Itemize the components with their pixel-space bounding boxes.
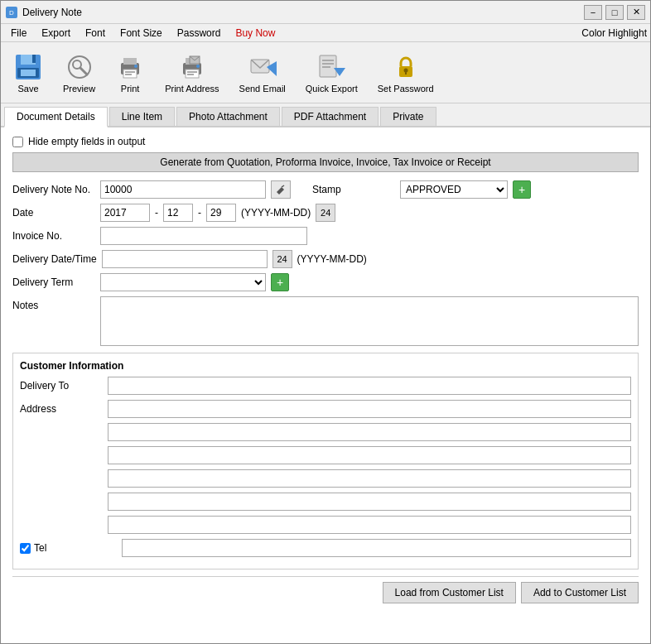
delivery-term-select[interactable]: [100, 273, 266, 291]
generate-button[interactable]: Generate from Quotation, Proforma Invoic…: [12, 152, 639, 172]
hide-empty-row: Hide empty fields in output: [12, 136, 639, 147]
notes-row: Notes: [12, 296, 639, 346]
print-address-label: Print Address: [165, 84, 219, 94]
address-row-5: [20, 493, 631, 511]
customer-section: Customer Information Delivery To Address: [12, 353, 639, 570]
notes-textarea[interactable]: [100, 296, 639, 346]
tab-pdf-attachment[interactable]: PDF Attachment: [282, 107, 379, 126]
delivery-to-label: Delivery To: [20, 380, 103, 392]
svg-rect-19: [187, 71, 197, 73]
tel-checkbox[interactable]: [20, 543, 31, 554]
preview-button[interactable]: Preview: [55, 48, 103, 98]
delivery-note-no-label: Delivery Note No.: [12, 184, 95, 195]
svg-line-9: [80, 68, 87, 74]
window-title: Delivery Note: [22, 7, 82, 18]
menu-export[interactable]: Export: [35, 26, 77, 41]
address-input-4[interactable]: [108, 469, 631, 488]
svg-rect-32: [405, 71, 407, 74]
print-address-button[interactable]: Print Address: [157, 48, 226, 98]
date-day-input[interactable]: [206, 204, 236, 222]
edit-delivery-note-button[interactable]: [271, 180, 291, 199]
app-window: D Delivery Note − □ ✕ File Export Font F…: [0, 0, 651, 644]
delivery-term-label: Delivery Term: [12, 276, 95, 288]
address-row-3: [20, 446, 631, 464]
add-delivery-term-button[interactable]: +: [271, 273, 289, 291]
menu-font[interactable]: Font: [79, 26, 112, 41]
address-input-6[interactable]: [108, 516, 631, 534]
preview-label: Preview: [63, 84, 95, 94]
maximize-button[interactable]: □: [605, 5, 624, 20]
bottom-buttons: Load from Customer List Add to Customer …: [12, 576, 639, 608]
invoice-no-label: Invoice No.: [12, 230, 95, 242]
delivery-datetime-input[interactable]: [102, 250, 268, 268]
date-row: Date - - (YYYY-MM-DD) 24: [12, 204, 639, 222]
delivery-datetime-label: Delivery Date/Time: [12, 253, 97, 265]
delivery-datetime-calendar-button[interactable]: 24: [272, 250, 292, 268]
tab-photo-attachment[interactable]: Photo Attachment: [176, 107, 280, 126]
print-label: Print: [121, 84, 140, 94]
tab-bar: Document Details Line Item Photo Attachm…: [1, 103, 650, 127]
address-input-1[interactable]: [108, 400, 631, 418]
save-label: Save: [17, 84, 38, 94]
svg-point-15: [134, 65, 137, 68]
save-button[interactable]: Save: [6, 48, 51, 98]
delivery-datetime-format: (YYYY-MM-DD): [297, 253, 367, 265]
menu-buy-now[interactable]: Buy Now: [229, 26, 282, 41]
menu-file[interactable]: File: [4, 26, 33, 41]
svg-rect-20: [187, 74, 194, 75]
date-label: Date: [12, 207, 95, 219]
invoice-no-input[interactable]: [100, 227, 307, 245]
title-bar: D Delivery Note − □ ✕: [1, 1, 650, 24]
address-input-3[interactable]: [108, 446, 631, 464]
svg-point-21: [196, 65, 200, 68]
svg-rect-27: [322, 63, 334, 65]
tel-label: Tel: [34, 542, 117, 554]
set-password-label: Set Password: [378, 84, 434, 94]
menu-bar: File Export Font Font Size Password Buy …: [1, 24, 650, 42]
menu-font-size[interactable]: Font Size: [113, 26, 169, 41]
date-month-input[interactable]: [163, 204, 193, 222]
stamp-select[interactable]: APPROVED DRAFT PAID VOID: [400, 180, 508, 199]
delivery-to-input[interactable]: [108, 377, 631, 395]
svg-rect-28: [322, 66, 330, 68]
svg-rect-4: [32, 55, 36, 63]
hide-empty-checkbox[interactable]: [12, 137, 23, 147]
quick-export-button[interactable]: Quick Export: [298, 48, 365, 98]
delivery-note-no-row: Delivery Note No. Stamp APPROVED DRAFT P…: [12, 180, 639, 199]
date-format-label: (YYYY-MM-DD): [241, 207, 311, 219]
address-input-2[interactable]: [108, 423, 631, 441]
print-button[interactable]: Print: [108, 48, 152, 98]
set-password-button[interactable]: Set Password: [370, 48, 441, 98]
svg-text:D: D: [9, 9, 14, 17]
address-row-6: [20, 516, 631, 534]
delivery-note-no-input[interactable]: [100, 180, 266, 199]
svg-rect-6: [21, 70, 36, 76]
toolbar: Save Preview: [1, 42, 650, 103]
tab-private[interactable]: Private: [380, 107, 436, 126]
main-content: Hide empty fields in output Generate fro…: [1, 127, 650, 643]
svg-line-33: [282, 185, 284, 187]
menu-password[interactable]: Password: [171, 26, 228, 41]
date-year-input[interactable]: [100, 204, 150, 222]
address-label: Address: [20, 403, 103, 415]
add-stamp-button[interactable]: +: [513, 180, 531, 199]
tel-input[interactable]: [122, 539, 631, 557]
svg-rect-26: [322, 60, 334, 61]
close-button[interactable]: ✕: [627, 5, 645, 20]
customer-section-title: Customer Information: [20, 360, 631, 372]
address-input-5[interactable]: [108, 493, 631, 511]
address-row-1: Address: [20, 400, 631, 418]
delivery-datetime-row: Delivery Date/Time 24 (YYYY-MM-DD): [12, 250, 639, 268]
svg-rect-14: [125, 74, 132, 75]
minimize-button[interactable]: −: [584, 5, 602, 20]
load-from-customer-button[interactable]: Load from Customer List: [383, 582, 516, 603]
send-email-button[interactable]: Send Email: [232, 48, 293, 98]
date-calendar-button[interactable]: 24: [316, 204, 335, 222]
tab-line-item[interactable]: Line Item: [109, 107, 175, 126]
stamp-label: Stamp: [312, 184, 395, 195]
add-to-customer-button[interactable]: Add to Customer List: [521, 582, 639, 603]
tab-document-details[interactable]: Document Details: [4, 107, 108, 127]
notes-label: Notes: [12, 300, 95, 311]
hide-empty-label: Hide empty fields in output: [28, 136, 145, 147]
address-row-4: [20, 469, 631, 488]
